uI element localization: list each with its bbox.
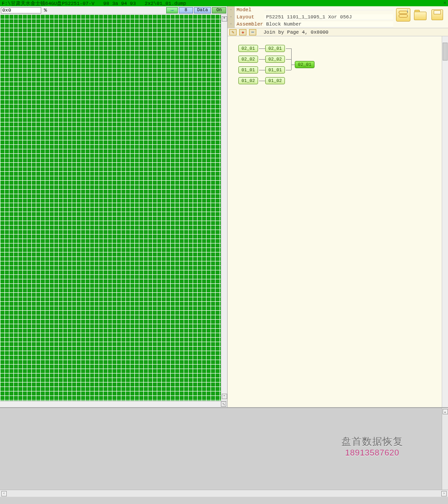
bottom-vertical-scrollbar[interactable]: ▴ [442, 408, 448, 490]
left-toolbar: % → 8 Data On [0, 6, 227, 14]
scroll-right-icon[interactable]: › [441, 491, 447, 496]
add-node-button[interactable]: ✚ [239, 29, 246, 35]
wand-icon[interactable]: ✎ [229, 29, 237, 35]
prop-row-assembler: ◦ Assembler Block Number [228, 21, 393, 28]
left-pane: % → 8 Data On + - ⤡ [0, 6, 228, 407]
watermark-phone: 18913587620 [341, 448, 403, 458]
prop-row-layout: ◦ Layout PS2251 1101_1_1095_1 Xor 056J [228, 13, 393, 21]
right-pane: ◦ Model ◦ Layout PS2251 1101_1_1095_1 Xo… [228, 6, 448, 407]
goto-button[interactable]: → [166, 7, 178, 13]
grid-bottom-bar: ⤡ [0, 401, 227, 407]
prop-row-model: ◦ Model [228, 6, 393, 13]
open-folder-button[interactable] [413, 8, 427, 22]
scrollbar-thumb[interactable] [443, 43, 448, 61]
grid-wrap: + - [0, 14, 227, 401]
node-col1-2[interactable]: 01_01 [238, 66, 258, 74]
watermark: 盘首数据恢复 18913587620 [341, 435, 403, 458]
node-col2-3[interactable]: 01_02 [265, 77, 285, 84]
bottom-horizontal-scrollbar[interactable]: ‹ › [0, 490, 448, 497]
right-body: 02_01 02_02 01_01 01_02 02_01 02_02 01_0… [228, 36, 448, 407]
join-mode-label: Join by Page 4, 0x8000 [259, 30, 328, 35]
page-size-button[interactable]: 8 [179, 7, 193, 13]
prop-value-assembler[interactable]: Block Number [264, 22, 393, 27]
on-toggle-button[interactable]: On [212, 7, 226, 13]
node-col1-3[interactable]: 01_02 [238, 77, 258, 84]
node-col2-2[interactable]: 01_01 [265, 66, 285, 74]
prop-value-layout[interactable]: PS2251 1101_1_1095_1 Xor 056J [264, 14, 393, 20]
zoom-out-button[interactable]: - [222, 394, 227, 399]
data-mode-button[interactable]: Data [194, 7, 211, 13]
bullet-icon: ◦ [228, 21, 235, 28]
node-merged[interactable]: 02_01 [295, 61, 314, 68]
window-title: F:\甘肃天水金士顿64GU盘PS2251-07-V 98 3a 94 93 2… [2, 0, 443, 7]
bullet-icon: ◦ [228, 13, 235, 21]
node-col2-1[interactable]: 02_02 [265, 56, 285, 63]
watermark-text: 盘首数据恢复 [341, 435, 403, 448]
grid-side-controls: + - [221, 14, 227, 401]
percent-label: % [42, 8, 49, 13]
prop-label: Model [235, 7, 264, 13]
zoom-in-button[interactable]: + [222, 16, 227, 22]
node-col1-0[interactable]: 02_01 [238, 45, 258, 52]
bottom-pane: 盘首数据恢复 18913587620 ▴ ‹ › [0, 407, 448, 497]
prop-label: Assembler [235, 22, 264, 27]
import-db-button[interactable]: ↓ [396, 8, 410, 22]
assembly-graph[interactable]: 02_01 02_02 01_01 01_02 02_01 02_02 01_0… [228, 36, 442, 407]
scroll-up-icon[interactable]: ▴ [443, 409, 448, 414]
action-icons: ↓ [393, 6, 448, 22]
right-toolbar: ✎ ✚ — Join by Page 4, 0x8000 [228, 28, 448, 36]
right-vertical-scrollbar[interactable] [442, 36, 448, 407]
prop-value-model[interactable] [264, 10, 393, 10]
right-header: ◦ Model ◦ Layout PS2251 1101_1_1095_1 Xo… [228, 6, 448, 28]
node-col2-0[interactable]: 02_01 [265, 45, 285, 52]
node-col1-1[interactable]: 02_02 [238, 56, 258, 63]
offset-input[interactable] [1, 7, 41, 13]
properties-table: ◦ Model ◦ Layout PS2251 1101_1_1095_1 Xo… [228, 6, 393, 28]
scroll-left-icon[interactable]: ‹ [1, 491, 7, 496]
save-button[interactable] [430, 8, 444, 22]
main-area: % → 8 Data On + - ⤡ ◦ Model [0, 6, 448, 407]
bullet-icon: ◦ [228, 6, 235, 13]
title-bar: F:\甘肃天水金士顿64GU盘PS2251-07-V 98 3a 94 93 2… [0, 0, 448, 6]
block-map-grid[interactable] [0, 14, 221, 401]
close-icon[interactable]: × [443, 0, 446, 6]
resize-handle-icon[interactable]: ⤡ [221, 401, 226, 407]
prop-label: Layout [235, 14, 264, 20]
remove-node-button[interactable]: — [249, 29, 256, 35]
